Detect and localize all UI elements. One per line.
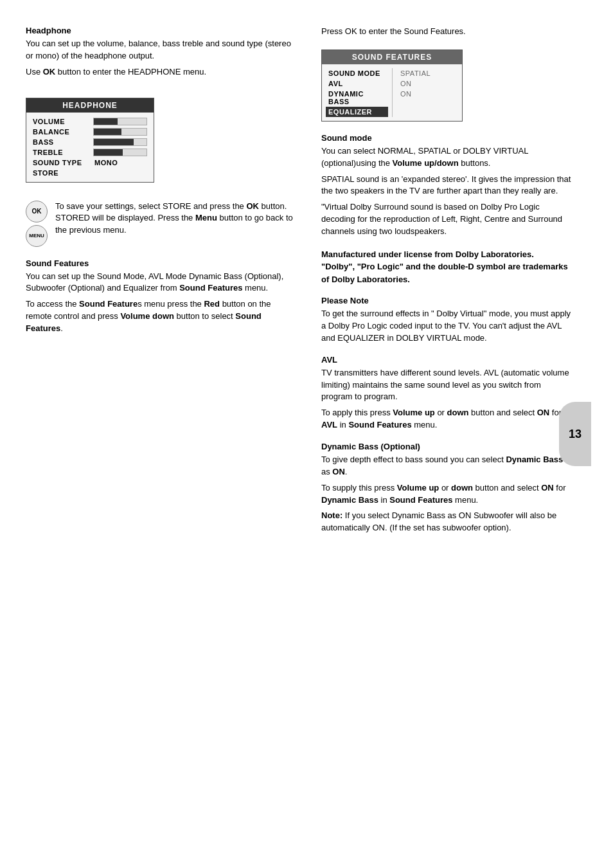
soundtype-label: SOUND TYPE [33,159,91,167]
treble-label: TREBLE [33,149,91,156]
menu-row-balance: BALANCE [26,127,154,137]
headphone-section: Headphone You can set up the volume, bal… [26,26,296,78]
sound-features-heading: Sound Features [26,258,296,268]
headphone-desc1: You can set up the volume, balance, bass… [26,38,296,62]
bass-bar [93,138,147,146]
dolby-license-section: Manufactured under license from Dolby La… [321,248,572,286]
avl-section: AVL TV transmitters have different sound… [321,355,572,431]
dolby-license: Manufactured under license from Dolby La… [321,248,572,286]
left-column: Headphone You can set up the volume, bal… [0,19,308,849]
access-desc: To access the Sound Features menu press … [26,298,296,335]
dynamic-bass-section: Dynamic Bass (Optional) To give depth ef… [321,442,572,534]
sf-row-dynamicbass: DYNAMIC BASS [326,89,388,107]
sf-right-on1: ON [398,78,439,89]
icon-group: OK MENU [26,201,48,247]
page-number: 13 [559,402,591,466]
sf-right-on2: ON [398,89,439,99]
sf-row-avl: AVL [326,78,388,89]
soundtype-value: MONO [94,159,118,167]
store-label: STORE [33,169,91,177]
sound-mode-dolby: "Virtual Dolby Surround sound is based o… [321,201,572,238]
sound-mode-desc1: You can select NORMAL, SPATIAL or DOLBY … [321,145,572,170]
volume-bar [93,118,147,125]
bass-fill [94,139,134,145]
volume-fill [94,118,118,125]
bass-label: BASS [33,138,91,146]
sound-mode-title: Sound mode [321,133,572,143]
headphone-menu-box: HEADPHONE VOLUME BALANCE [26,98,154,183]
sf-right-col: SPATIAL ON ON [393,68,444,117]
menu-row-store: STORE [26,168,154,178]
db-desc4: To supply this press Volume up or down b… [321,482,572,507]
dynamic-bass-title: Dynamic Bass (Optional) [321,442,572,451]
menu-row-treble: TREBLE [26,147,154,158]
sound-features-section: Sound Features You can set up the Sound … [26,258,296,335]
hint-text: To save your settings, select STORE and … [55,201,296,237]
headphone-menu-content: VOLUME BALANCE BASS [26,113,154,182]
sf-menu-title: SOUND FEATURES [322,50,462,64]
balance-label: BALANCE [33,128,91,136]
sf-left-col: SOUND MODE AVL DYNAMIC BASS EQUALIZER [322,68,393,117]
sound-mode-section: Sound mode You can select NORMAL, SPATIA… [321,133,572,238]
menu-icon: MENU [26,225,48,247]
sound-features-desc: You can set up the Sound Mode, AVL Mode … [26,271,296,295]
menu-row-volume: VOLUME [26,116,154,127]
sf-menu-content: SOUND MODE AVL DYNAMIC BASS EQUALIZER SP… [322,64,462,121]
volume-label: VOLUME [33,118,91,125]
press-ok-text: Press OK to enter the Sound Features. [321,26,572,38]
hint-menu: Menu [195,213,217,222]
sf-right-spatial: SPATIAL [398,68,439,78]
avl-title: AVL [321,355,572,365]
headphone-desc2: Use [26,67,43,77]
sf-row-soundmode: SOUND MODE [326,68,388,78]
sound-mode-spatial: SPATIAL sound is an 'expanded stereo'. I… [321,174,572,198]
sf-row-equalizer: EQUALIZER [326,107,388,117]
page: Headphone You can set up the volume, bal… [0,0,613,868]
menu-row-soundtype: SOUND TYPE MONO [26,158,154,168]
headphone-desc3: button to enter the HEADPHONE menu. [55,67,206,77]
treble-fill [94,149,123,156]
db-desc1: To give depth effect to bass sound you c… [321,454,572,478]
headphone-title: Headphone [26,26,296,35]
headphone-ok: OK [43,67,56,77]
treble-bar [93,149,147,156]
ok-icon: OK [26,201,48,222]
avl-desc1: TV transmitters have different sound lev… [321,367,572,404]
balance-fill [94,129,120,135]
please-note-title: Please Note [321,296,572,305]
hint-text1: To save your settings, select STORE and … [55,201,244,211]
balance-bar [93,128,147,136]
headphone-menu-title: HEADPHONE [26,98,154,113]
hint-box: OK MENU To save your settings, select ST… [26,201,296,247]
balance-marker [120,129,121,135]
avl-desc2: To apply this press Volume up or down bu… [321,407,572,431]
page-number-area: 13 [559,402,591,466]
please-note-desc: To get the surround effects in " Dolby V… [321,308,572,345]
sound-features-box: SOUND FEATURES SOUND MODE AVL DYNAMIC BA… [321,50,463,122]
db-note: Note: If you select Dynamic Bass as ON S… [321,510,572,534]
sf-right-empty [398,99,439,102]
hint-ok: OK [246,201,259,211]
menu-row-bass: BASS [26,137,154,147]
please-note-section: Please Note To get the surround effects … [321,296,572,345]
headphone-ok-line: Use OK button to enter the HEADPHONE men… [26,66,296,78]
right-column: Press OK to enter the Sound Features. SO… [308,19,591,849]
